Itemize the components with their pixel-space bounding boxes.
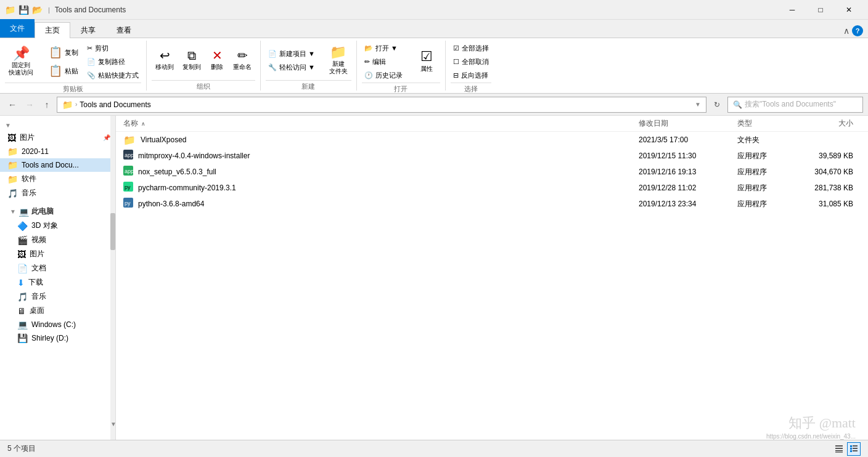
open-dropdown-button[interactable]: 📂 打开 ▼ xyxy=(362,42,405,54)
address-box[interactable]: 📁 › Tools and Documents ▼ xyxy=(57,97,706,113)
properties-button[interactable]: ☑ 属性 xyxy=(413,43,440,80)
sidebar-item-software[interactable]: 📁 软件 xyxy=(0,172,115,186)
new-item-button[interactable]: 📄 新建项目 ▼ xyxy=(266,47,317,60)
sidebar-item-music-quick[interactable]: 🎵 音乐 xyxy=(0,186,115,200)
file-row-pycharm[interactable]: py pycharm-community-2019.3.1 2019/12/28… xyxy=(116,180,868,196)
maximize-button[interactable]: □ xyxy=(806,0,835,20)
sidebar-item-pictures-quick[interactable]: 🖼 图片 📌 xyxy=(0,131,115,145)
view-controls xyxy=(832,442,861,456)
ribbon-tabs: 文件 主页 共享 查看 ∧ ? xyxy=(0,20,868,38)
main-area: ▼ 🖼 图片 📌 📁 2020-11 📁 Tools and Docu... 📁… xyxy=(0,116,868,440)
deselect-all-button[interactable]: ☐ 全部取消 xyxy=(451,55,491,68)
svg-text:app: app xyxy=(125,168,133,174)
tab-home[interactable]: 主页 xyxy=(35,22,70,38)
ribbon-group-open: 📂 打开 ▼ ✏ 编辑 🕐 历史记录 ☑ 属性 打开 xyxy=(357,41,446,91)
col-header-size[interactable]: 大小 xyxy=(799,118,861,129)
sidebar-item-video[interactable]: 🎬 视频 xyxy=(0,233,115,247)
address-chevron: › xyxy=(75,101,77,108)
search-box[interactable]: 🔍 搜索"Tools and Documents" xyxy=(727,97,863,113)
sidebar-item-pictures[interactable]: 🖼 图片 xyxy=(0,247,115,261)
invert-selection-button[interactable]: ⊟ 反向选择 xyxy=(451,69,491,81)
edit-button[interactable]: ✏ 编辑 xyxy=(362,55,405,68)
sidebar-item-tools-docs[interactable]: 📁 Tools and Docu... xyxy=(0,158,115,172)
file-date: 2019/12/16 19:13 xyxy=(639,168,737,176)
select-all-button[interactable]: ☑ 全部选择 xyxy=(451,42,491,54)
clipboard-content: 📌 固定到快速访问 📋 复制 📋 粘贴 ✂ 剪切 xyxy=(5,42,141,81)
content-pane: 名称 ∧ 修改日期 类型 大小 📁 VirtualXposed 2021/3/5… xyxy=(116,116,868,440)
col-header-date[interactable]: 修改日期 xyxy=(639,118,737,129)
sidebar-item-shirley-d[interactable]: 💾 Shirley (D:) xyxy=(0,331,115,345)
statusbar: 5 个项目 xyxy=(0,440,868,457)
this-pc-label: 此电脑 xyxy=(31,206,54,217)
history-button[interactable]: 🕐 历史记录 xyxy=(362,69,405,81)
address-dropdown-icon[interactable]: ▼ xyxy=(695,101,701,108)
copy-path-button[interactable]: 📄 复制路径 xyxy=(84,55,141,68)
file-name-python: py python-3.6.8-amd64 xyxy=(123,198,639,210)
select-label: 选择 xyxy=(451,83,491,94)
open-content: 📂 打开 ▼ ✏ 编辑 🕐 历史记录 ☑ 属性 xyxy=(362,42,440,81)
sidebar-item-label: Shirley (D:) xyxy=(31,334,68,342)
list-view-button[interactable] xyxy=(832,442,846,456)
file-name-nox: app nox_setup_v6.5.0.3_full xyxy=(123,166,639,178)
copy-to-button[interactable]: ⧉ 复制到 xyxy=(179,42,205,79)
file-type: 应用程序 xyxy=(737,199,799,209)
item-count: 5 个项目 xyxy=(7,443,36,454)
this-pc-icon: 💻 xyxy=(18,207,29,217)
details-view-button[interactable] xyxy=(847,442,861,456)
paste-shortcut-button[interactable]: 📎 粘贴快捷方式 xyxy=(84,69,141,81)
file-row-nox[interactable]: app nox_setup_v6.5.0.3_full 2019/12/16 1… xyxy=(116,164,868,180)
col-header-type[interactable]: 类型 xyxy=(737,118,799,129)
sidebar-item-3d[interactable]: 🔷 3D 对象 xyxy=(0,219,115,233)
minimize-button[interactable]: ─ xyxy=(778,0,806,20)
file-row-virtualxposed[interactable]: 📁 VirtualXposed 2021/3/5 17:00 文件夹 xyxy=(116,132,868,148)
pin-quick-access-button[interactable]: 📌 固定到快速访问 xyxy=(5,43,37,80)
new-folder-button[interactable]: 📁 新建文件夹 xyxy=(326,42,351,79)
move-to-button[interactable]: ↩ 移动到 xyxy=(152,42,178,79)
sidebar-item-downloads[interactable]: ⬇ 下载 xyxy=(0,275,115,289)
sidebar-item-desktop[interactable]: 🖥 桌面 xyxy=(0,304,115,318)
copy-button[interactable]: 📋 复制 xyxy=(45,43,82,62)
file-row-mitmproxy[interactable]: app mitmproxy-4.0.4-windows-installer 20… xyxy=(116,148,868,164)
up-button[interactable]: ↑ xyxy=(39,97,54,112)
new-item-icon: 📄 xyxy=(268,50,277,58)
titlebar: 📁 💾 📂 | Tools and Documents ─ □ ✕ xyxy=(0,0,868,20)
svg-rect-11 xyxy=(835,452,843,453)
paste-button[interactable]: 📋 粘贴 xyxy=(45,62,82,80)
delete-button[interactable]: ✕ 删除 xyxy=(206,42,228,79)
sidebar-scrollbar-thumb[interactable] xyxy=(110,213,115,250)
easy-access-button[interactable]: 🔧 轻松访问 ▼ xyxy=(266,61,317,73)
column-headers: 名称 ∧ 修改日期 类型 大小 xyxy=(116,116,868,132)
sidebar-item-label: 下载 xyxy=(28,277,43,288)
svg-rect-17 xyxy=(853,450,858,451)
save-icon: 💾 xyxy=(18,5,28,15)
windows-c-icon: 💻 xyxy=(17,320,28,330)
this-pc-collapse[interactable]: ▼ xyxy=(10,208,16,215)
scroll-down-arrow[interactable]: ▼ xyxy=(110,421,115,427)
refresh-button[interactable]: ↻ xyxy=(709,97,725,113)
tab-file[interactable]: 文件 xyxy=(0,19,35,38)
file-row-python[interactable]: py python-3.6.8-amd64 2019/12/13 23:34 应… xyxy=(116,196,868,212)
forward-button[interactable]: → xyxy=(22,97,37,112)
title-separator: | xyxy=(48,6,50,14)
file-size: 304,670 KB xyxy=(799,168,861,176)
close-button[interactable]: ✕ xyxy=(835,0,863,20)
open-label: 打开 xyxy=(362,83,440,94)
address-folder-icon: 📁 xyxy=(62,100,73,110)
cut-button[interactable]: ✂ 剪切 xyxy=(84,42,141,54)
rename-button[interactable]: ✏ 重命名 xyxy=(229,42,255,79)
copy-path-icon: 📄 xyxy=(87,58,96,66)
quick-access-collapse[interactable]: ▼ xyxy=(5,122,11,129)
back-button[interactable]: ← xyxy=(5,97,20,112)
sidebar-item-windows-c[interactable]: 💻 Windows (C:) xyxy=(0,318,115,331)
col-header-name[interactable]: 名称 ∧ xyxy=(123,118,639,129)
sidebar-item-music[interactable]: 🎵 音乐 xyxy=(0,289,115,304)
tab-share[interactable]: 共享 xyxy=(70,22,106,38)
file-date: 2019/12/28 11:02 xyxy=(639,184,737,192)
tab-view[interactable]: 查看 xyxy=(106,22,142,38)
collapse-ribbon-icon[interactable]: ∧ xyxy=(843,26,850,36)
sidebar-item-documents[interactable]: 📄 文档 xyxy=(0,261,115,275)
help-icon[interactable]: ? xyxy=(852,25,863,36)
sidebar-item-2020-11[interactable]: 📁 2020-11 xyxy=(0,145,115,158)
sidebar-scrollbar[interactable]: ▼ xyxy=(110,116,115,440)
move-icon: ↩ xyxy=(160,49,170,62)
